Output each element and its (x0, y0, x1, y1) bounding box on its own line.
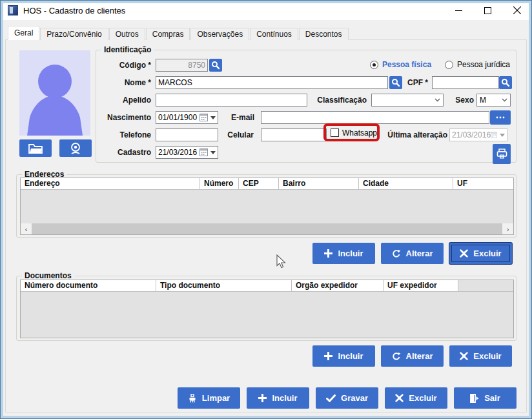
apelido-input[interactable] (156, 94, 307, 107)
telefone-label: Telefone (96, 128, 151, 141)
webcam-capture-button[interactable] (59, 139, 92, 157)
tab-descontos[interactable]: Descontos (299, 28, 349, 40)
title-bar: HOS - Cadastro de clientes (1, 1, 531, 20)
cpf-search-button[interactable] (499, 76, 512, 89)
documentos-col-numero: Número documento (21, 280, 156, 292)
gravar-button-label: Gravar (341, 393, 368, 403)
minimize-button[interactable] (444, 1, 473, 20)
email-input[interactable] (261, 111, 489, 124)
nome-input[interactable] (156, 76, 388, 89)
limpar-button[interactable]: Limpar (178, 387, 240, 409)
enderecos-excluir-button[interactable]: Excluir (449, 243, 512, 264)
identificacao-legend: Identificação (101, 45, 154, 55)
print-button[interactable] (493, 144, 511, 164)
sexo-label: Sexo (445, 94, 474, 107)
check-icon (326, 394, 336, 402)
tab-outros[interactable]: Outros (109, 28, 145, 40)
nascimento-datepicker[interactable]: 01/01/1900 (156, 111, 218, 124)
pessoa-juridica-label: Pessoa jurídica (457, 60, 510, 70)
documentos-incluir-button[interactable]: Incluir (312, 345, 375, 367)
nascimento-value: 01/01/1900 (158, 113, 200, 122)
app-icon (8, 5, 18, 15)
plus-icon (324, 249, 332, 258)
sexo-select[interactable]: M (476, 94, 511, 107)
tab-continuos[interactable]: Contínuos (250, 28, 298, 40)
nome-label: Nome * (96, 76, 151, 89)
scroll-right-icon[interactable]: › (502, 223, 513, 234)
documentos-group: Documentos Número documento Tipo documen… (16, 276, 517, 341)
documentos-col-tipo: Tipo documento (156, 280, 292, 292)
tab-compras[interactable]: Compras (146, 28, 190, 40)
pessoa-fisica-label: Pessoa física (382, 60, 431, 70)
ellipsis-icon (496, 116, 505, 119)
identificacao-group: Identificação Código * Pessoa física Pes… (96, 50, 517, 163)
excluir-button-label: Excluir (473, 351, 501, 361)
email-more-button[interactable] (490, 110, 511, 125)
codigo-input[interactable] (156, 59, 208, 72)
pessoa-juridica-radio[interactable] (445, 61, 453, 69)
telefone-input[interactable] (156, 128, 218, 141)
x-icon (460, 352, 468, 360)
enderecos-col-bairro: Bairro (279, 178, 359, 190)
plus-icon (324, 352, 332, 360)
limpar-button-label: Limpar (202, 393, 230, 403)
magnifier-icon (211, 61, 220, 70)
tab-prazo-convenio[interactable]: Prazo/Convênio (40, 28, 108, 40)
alterar-button-label: Alterar (406, 351, 433, 361)
incluir-button[interactable]: Incluir (247, 387, 309, 409)
person-silhouette-icon (19, 50, 90, 136)
enderecos-alterar-button[interactable]: Alterar (381, 243, 444, 264)
tab-geral[interactable]: Geral (8, 26, 39, 40)
calendar-icon (200, 148, 208, 156)
celular-label: Celular (212, 128, 254, 141)
enderecos-col-endereco: Endereço (21, 178, 200, 190)
documentos-grid: Número documento Tipo documento Orgão ex… (20, 280, 514, 338)
calendar-icon (200, 114, 208, 121)
close-icon (513, 6, 521, 14)
webcam-icon (69, 142, 82, 155)
enderecos-hscrollbar[interactable]: ‹ › (21, 223, 513, 234)
excluir-button[interactable]: Excluir (385, 387, 447, 409)
maximize-button[interactable] (473, 1, 502, 20)
tab-observacoes[interactable]: Observações (190, 28, 249, 40)
documentos-alterar-button[interactable]: Alterar (381, 345, 444, 367)
documentos-col-uf: UF expedidor (384, 280, 458, 292)
chevron-down-icon (435, 98, 440, 102)
ultima-alteracao-value: 21/03/2016 (452, 130, 491, 139)
refresh-icon (392, 249, 401, 258)
close-button[interactable] (502, 1, 531, 20)
cadastro-datepicker[interactable]: 21/03/2016 (156, 146, 218, 159)
sexo-value: M (480, 96, 502, 105)
folder-open-icon (28, 142, 43, 154)
scroll-left-icon[interactable]: ‹ (21, 223, 32, 234)
ultima-alteracao-label: Última alteração (380, 128, 447, 141)
load-photo-button[interactable] (19, 139, 52, 157)
celular-input[interactable] (261, 128, 327, 141)
documentos-excluir-button[interactable]: Excluir (449, 345, 512, 367)
gravar-button[interactable]: Gravar (316, 387, 378, 409)
chevron-down-icon (500, 134, 505, 137)
minimize-icon (455, 7, 462, 14)
incluir-button-label: Incluir (338, 351, 363, 361)
app-window: HOS - Cadastro de clientes Geral Prazo/C… (0, 0, 532, 419)
enderecos-grid: Endereço Número CEP Bairro Cidade UF ‹ › (20, 178, 514, 235)
sair-button-label: Sair (484, 393, 500, 403)
sair-button[interactable]: Sair (454, 387, 517, 409)
refresh-icon (392, 352, 401, 361)
codigo-search-button[interactable] (209, 59, 222, 72)
classificacao-select[interactable] (371, 94, 444, 107)
ultima-alteracao-datepicker: 21/03/2016 (449, 128, 507, 141)
pessoa-fisica-radio[interactable] (370, 61, 378, 69)
x-icon (460, 249, 468, 258)
enderecos-group: Endereços Endereço Número CEP Bairro Cid… (16, 174, 517, 238)
printer-icon (496, 148, 507, 159)
maximize-icon (484, 7, 491, 14)
enderecos-incluir-button[interactable]: Incluir (312, 243, 375, 264)
client-photo-placeholder (19, 50, 90, 136)
whatsapp-highlight (323, 123, 380, 141)
documentos-col-orgao: Orgão expedidor (292, 280, 384, 292)
nascimento-label: Nascimento (96, 111, 151, 124)
cpf-input[interactable] (432, 76, 499, 89)
cadastro-label: Cadastro (96, 146, 151, 159)
chevron-down-icon (210, 151, 216, 154)
